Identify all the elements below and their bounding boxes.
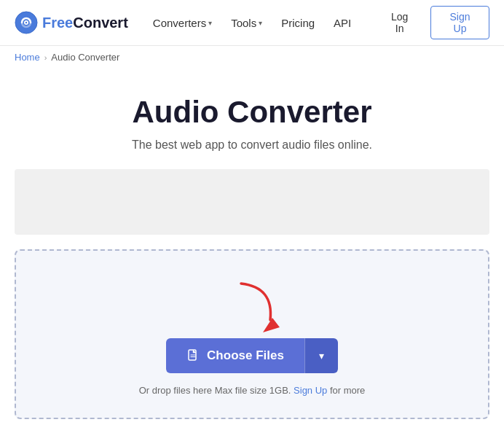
nav-api[interactable]: API	[326, 12, 358, 34]
breadcrumb-separator: ›	[44, 53, 47, 62]
nav-tools[interactable]: Tools ▾	[224, 12, 269, 34]
upload-section: Choose Files ▾ Or drop files here Max fi…	[15, 249, 489, 419]
main-nav: Converters ▾ Tools ▾ Pricing API	[146, 12, 358, 34]
signup-link[interactable]: Sign Up	[294, 385, 327, 396]
red-arrow-icon	[230, 280, 296, 337]
breadcrumb-home[interactable]: Home	[15, 52, 40, 63]
login-button[interactable]: Log In	[376, 7, 423, 39]
logo-text: FreeConvert	[42, 15, 128, 31]
upload-buttons: Choose Files ▾	[38, 338, 466, 373]
arrow-container	[38, 280, 466, 338]
header: FreeConvert Converters ▾ Tools ▾ Pricing…	[0, 0, 504, 46]
chevron-down-icon: ▾	[208, 19, 212, 27]
logo-icon	[15, 11, 38, 34]
page-title: Audio Converter	[15, 95, 489, 130]
logo[interactable]: FreeConvert	[15, 11, 128, 34]
choose-files-dropdown-button[interactable]: ▾	[304, 338, 338, 373]
svg-marker-3	[263, 318, 280, 332]
breadcrumb: Home › Audio Converter	[0, 46, 504, 69]
chevron-down-icon: ▾	[259, 19, 262, 27]
ad-banner	[15, 169, 489, 235]
auth-area: Log In Sign Up	[376, 6, 489, 39]
svg-point-2	[25, 22, 27, 23]
breadcrumb-current: Audio Converter	[51, 52, 119, 63]
drop-text: Or drop files here Max file size 1GB. Si…	[38, 385, 466, 396]
nav-pricing[interactable]: Pricing	[274, 12, 322, 34]
signup-button[interactable]: Sign Up	[430, 6, 489, 39]
nav-converters[interactable]: Converters ▾	[146, 12, 219, 34]
page-subtitle: The best web app to convert audio files …	[15, 138, 489, 152]
hero-section: Audio Converter The best web app to conv…	[0, 69, 504, 169]
choose-files-button[interactable]: Choose Files	[166, 338, 304, 373]
file-icon	[186, 348, 201, 363]
chevron-down-icon: ▾	[319, 350, 324, 362]
